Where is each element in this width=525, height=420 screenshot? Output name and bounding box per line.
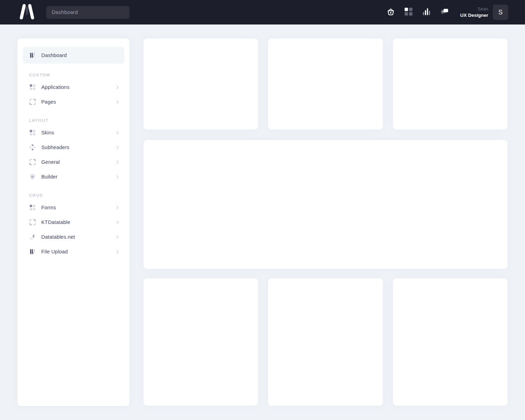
sidebar-item-ktdatatable[interactable]: KTDatatable (23, 215, 124, 230)
user-name: Sean (460, 6, 488, 12)
sidebar: Dashboard Custom Applications Pages (18, 38, 130, 406)
chevron-right-icon (115, 160, 119, 164)
chevron-right-icon (115, 85, 119, 89)
frame-icon (29, 159, 36, 166)
placeholder-card (268, 38, 383, 130)
sidebar-item-datatables-net[interactable]: Datatables.net (23, 230, 124, 244)
sidebar-item-general[interactable]: General (23, 155, 124, 169)
grid-icon (29, 129, 36, 136)
sidebar-item-label: Skins (41, 130, 54, 135)
top-header: Dashboard (0, 0, 525, 24)
sidebar-item-applications[interactable]: Applications (23, 80, 124, 94)
sidebar-item-label: Applications (41, 84, 70, 90)
avatar[interactable]: S (493, 5, 508, 20)
sidebar-item-label: File Upload (41, 249, 68, 254)
card-row-bottom (144, 278, 507, 406)
placeholder-card (393, 38, 507, 130)
user-role: UX Designer (460, 12, 488, 19)
sidebar-section-custom: Custom (29, 73, 118, 77)
brand-logo[interactable] (19, 4, 35, 21)
frame-icon (29, 219, 36, 226)
sidebar-section-layout: Layout (29, 118, 118, 122)
sidebar-item-label: Dashboard (41, 52, 67, 58)
chevron-right-icon (115, 175, 119, 178)
bar-chart-icon (422, 7, 431, 17)
sidebar-item-label: Pages (41, 99, 56, 105)
main-content (144, 38, 507, 406)
sidebar-item-label: Datatables.net (41, 234, 75, 240)
placeholder-card-wide (144, 140, 507, 269)
chat-button[interactable] (440, 8, 449, 17)
sidebar-item-label: KTDatatable (41, 219, 70, 225)
grid-icon (29, 84, 36, 91)
page-title-label: Dashboard (52, 9, 78, 15)
thunder-move-icon (29, 233, 36, 240)
card-row-top (144, 38, 507, 130)
chevron-right-icon (115, 220, 119, 224)
chevron-right-icon (115, 250, 119, 253)
frame-icon (29, 98, 36, 105)
sidebar-item-label: Subheaders (41, 145, 69, 150)
bar-chart-button[interactable] (422, 8, 431, 17)
sidebar-item-dashboard[interactable]: Dashboard (23, 47, 124, 64)
header-page-title[interactable]: Dashboard (46, 6, 130, 19)
sidebar-item-forms[interactable]: Forms (23, 200, 124, 215)
sidebar-item-label: General (41, 159, 60, 165)
app-grid-button[interactable] (404, 8, 413, 17)
placeholder-card (144, 38, 258, 130)
sidebar-item-builder[interactable]: Builder (23, 169, 124, 184)
chevron-right-icon (115, 146, 119, 149)
basket-icon (386, 7, 395, 17)
sidebar-section-crud: Crud (29, 193, 118, 197)
substance-icon (29, 144, 36, 151)
placeholder-card (268, 278, 383, 406)
library-icon (29, 248, 36, 255)
user-menu[interactable]: Sean UX Designer (460, 6, 488, 19)
chevron-right-icon (115, 235, 119, 239)
placeholder-card (144, 278, 258, 406)
grid-icon (29, 204, 36, 211)
sidebar-item-skins[interactable]: Skins (23, 125, 124, 140)
placeholder-card (393, 278, 507, 406)
chevron-right-icon (115, 100, 119, 104)
sidebar-item-label: Forms (41, 205, 56, 210)
chat-icon (440, 7, 449, 18)
metronic-m-logo-icon (19, 4, 35, 21)
library-icon (29, 52, 36, 59)
avatar-initial: S (498, 9, 503, 16)
sidebar-item-file-upload[interactable]: File Upload (23, 244, 124, 259)
basket-button[interactable] (386, 8, 396, 17)
app-grid-icon (405, 8, 413, 17)
shield-check-icon (29, 173, 36, 180)
sidebar-item-pages[interactable]: Pages (23, 94, 124, 109)
sidebar-item-label: Builder (41, 174, 58, 180)
chevron-right-icon (115, 131, 119, 134)
sidebar-item-subheaders[interactable]: Subheaders (23, 140, 124, 155)
topbar-actions: Sean UX Designer S (386, 5, 508, 20)
chevron-right-icon (115, 206, 119, 209)
